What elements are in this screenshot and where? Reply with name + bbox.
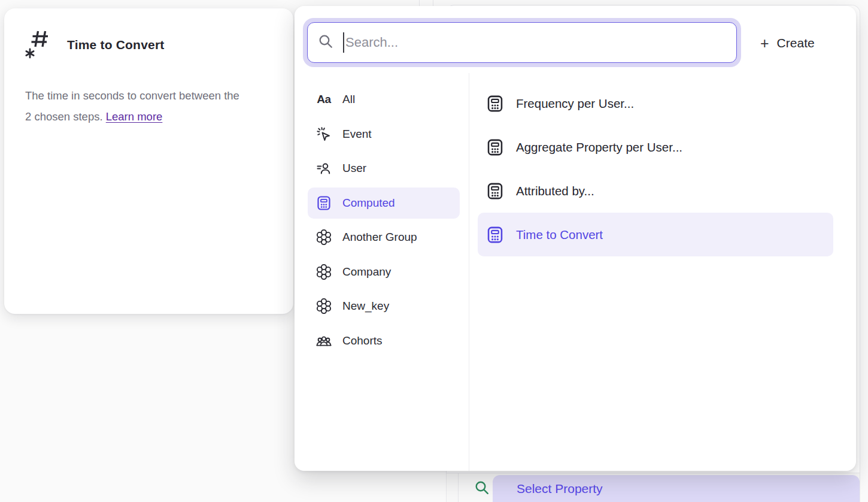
cohorts-icon [316, 333, 332, 349]
category-label: Cohorts [342, 334, 383, 347]
calculator-icon [486, 226, 504, 244]
search-focus-ring [303, 18, 741, 67]
aa-text-icon: Aa [316, 92, 332, 107]
tooltip-title: Time to Convert [67, 38, 164, 52]
tooltip-description: The time in seconds to convert between t… [25, 85, 241, 127]
calculator-icon [316, 195, 332, 211]
calculator-icon [486, 182, 504, 200]
background-property-bar: Select Property [447, 473, 860, 502]
category-computed[interactable]: Computed [308, 188, 460, 219]
learn-more-link[interactable]: Learn more [106, 110, 163, 123]
category-label: User [342, 162, 366, 175]
category-label: Event [342, 128, 372, 141]
user-list-icon [316, 161, 332, 176]
calculator-icon [486, 138, 504, 156]
result-attributed-by[interactable]: Attributed by... [478, 169, 833, 213]
result-label: Frequency per User... [516, 96, 634, 111]
category-company[interactable]: Company [308, 256, 460, 288]
category-list: AaAllEventUserComputedAnother GroupCompa… [308, 84, 460, 359]
background-table-divider [458, 473, 459, 502]
cursor-click-icon [316, 126, 332, 142]
category-label: Another Group [342, 231, 417, 244]
property-picker-panel: + Create AaAllEventUserComputedAnother G… [295, 6, 856, 471]
calculator-icon [486, 95, 504, 113]
panel-divider [469, 73, 469, 471]
result-aggregate-property-per-user[interactable]: Aggregate Property per User... [478, 125, 833, 169]
select-property-button[interactable]: Select Property [493, 475, 860, 502]
search-icon [474, 480, 490, 498]
tooltip-card: Time to Convert The time in seconds to c… [4, 8, 293, 314]
group-flower-icon [316, 229, 332, 245]
result-label: Time to Convert [516, 228, 603, 242]
number-hash-icon [25, 29, 50, 61]
category-another-group[interactable]: Another Group [308, 222, 460, 253]
result-list: Frequency per User...Aggregate Property … [478, 81, 833, 256]
group-flower-icon [316, 264, 332, 280]
category-label: New_key [342, 300, 389, 313]
category-label: Computed [342, 196, 395, 210]
result-label: Aggregate Property per User... [516, 140, 682, 155]
category-new-key[interactable]: New_key [308, 291, 460, 322]
category-label: All [342, 93, 355, 106]
search-input[interactable] [308, 23, 736, 62]
create-button[interactable]: + Create [754, 26, 821, 60]
category-user[interactable]: User [308, 153, 460, 184]
search-box[interactable] [307, 22, 737, 63]
category-event[interactable]: Event [308, 119, 460, 150]
group-flower-icon [316, 298, 332, 314]
category-label: Company [342, 265, 391, 279]
result-time-to-convert[interactable]: Time to Convert [478, 213, 833, 256]
result-label: Attributed by... [516, 184, 594, 198]
plus-icon: + [760, 36, 769, 51]
result-frequency-per-user[interactable]: Frequency per User... [478, 81, 833, 125]
select-property-label: Select Property [517, 482, 603, 496]
category-all[interactable]: AaAll [308, 84, 460, 115]
category-cohorts[interactable]: Cohorts [308, 325, 460, 356]
